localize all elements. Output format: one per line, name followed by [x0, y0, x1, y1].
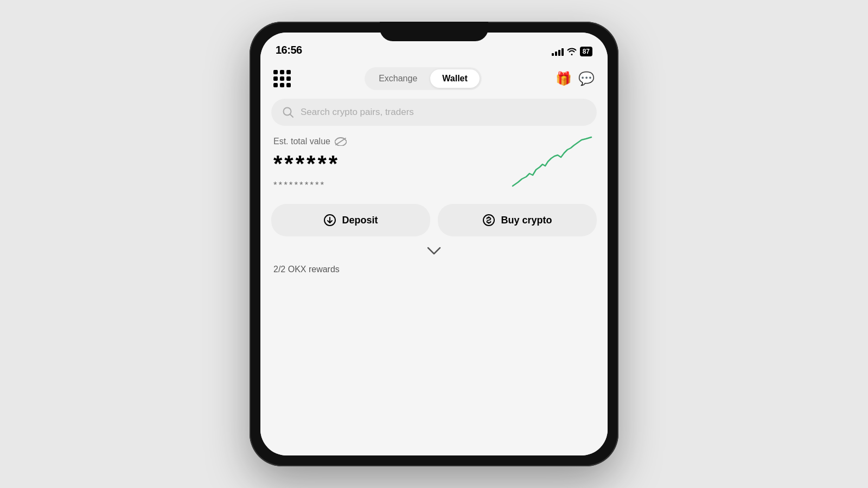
status-icons: 87 — [552, 47, 592, 56]
svg-line-2 — [336, 138, 346, 145]
search-placeholder: Search crypto pairs, traders — [301, 107, 414, 118]
status-time: 16:56 — [276, 44, 302, 56]
wallet-section: Est. total value ****** ********** — [260, 134, 608, 191]
portfolio-chart — [510, 134, 597, 194]
deposit-icon — [323, 214, 336, 227]
search-icon — [282, 106, 294, 118]
deposit-label: Deposit — [342, 215, 378, 226]
nav-actions: 🎁 💬 — [556, 71, 595, 86]
search-bar[interactable]: Search crypto pairs, traders — [271, 99, 597, 126]
top-nav: Exchange Wallet 🎁 💬 — [260, 61, 608, 94]
gift-icon[interactable]: 🎁 — [556, 71, 572, 86]
grid-menu-icon[interactable] — [273, 70, 291, 87]
tab-exchange[interactable]: Exchange — [367, 69, 429, 88]
battery-level: 87 — [580, 47, 592, 56]
phone-notch — [380, 22, 488, 41]
phone-screen: 16:56 87 — [260, 33, 608, 455]
rewards-bar: 2/2 OKX rewards — [260, 259, 608, 280]
hide-balance-icon[interactable] — [335, 137, 347, 146]
phone-frame: 16:56 87 — [250, 22, 618, 466]
svg-line-1 — [290, 114, 293, 118]
deposit-button[interactable]: Deposit — [271, 204, 430, 236]
battery-indicator: 87 — [580, 47, 592, 56]
signal-icon — [552, 47, 564, 56]
wifi-icon — [567, 48, 577, 55]
main-content: Exchange Wallet 🎁 💬 Search crypto pairs,… — [260, 61, 608, 455]
buy-crypto-button[interactable]: Buy crypto — [438, 204, 597, 236]
chat-icon[interactable]: 💬 — [578, 71, 595, 86]
tab-wallet[interactable]: Wallet — [430, 69, 480, 88]
action-buttons: Deposit Buy crypto — [260, 191, 608, 243]
buy-crypto-label: Buy crypto — [501, 215, 552, 226]
tab-group: Exchange Wallet — [365, 67, 482, 90]
chevron-area[interactable] — [260, 243, 608, 259]
rewards-text: 2/2 OKX rewards — [273, 265, 340, 274]
chevron-down-icon[interactable] — [426, 246, 442, 256]
buy-crypto-icon — [482, 214, 495, 227]
